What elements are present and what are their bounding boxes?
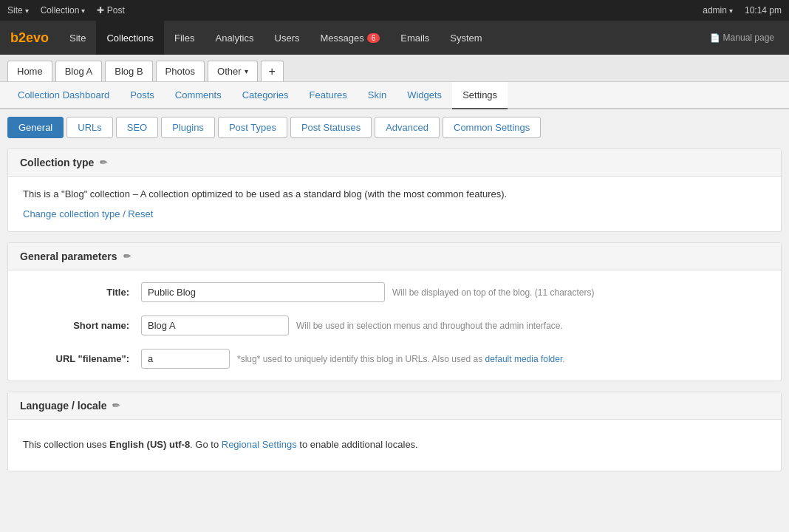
collection-tab-add[interactable]: +: [261, 61, 284, 81]
general-parameters-header: General parameters ✏: [8, 243, 781, 270]
short-name-hint: Will be used in selection menus and thro…: [296, 316, 563, 331]
logo[interactable]: b2evo: [7, 21, 59, 55]
regional-settings-link[interactable]: Regional Settings: [222, 439, 297, 450]
title-hint: Will be displayed on top of the blog. (1…: [392, 282, 594, 298]
admin-dropdown[interactable]: admin: [703, 5, 733, 16]
short-name-row: Short name: Will be used in selection me…: [23, 316, 766, 335]
nav-item-analytics[interactable]: Analytics: [205, 21, 264, 55]
nav-item-messages[interactable]: Messages 6: [310, 21, 390, 55]
language-locale-edit-icon[interactable]: ✏: [112, 400, 120, 411]
tab-common-settings[interactable]: Common Settings: [443, 117, 541, 138]
general-parameters-edit-icon[interactable]: ✏: [123, 251, 131, 262]
tab-seo[interactable]: SEO: [116, 117, 158, 138]
url-filename-hint-suffix: .: [562, 354, 564, 364]
locale-text-bold: English (US) utf-8: [109, 439, 190, 450]
general-parameters-body: Title: Will be displayed on top of the b…: [8, 270, 781, 381]
change-collection-type-link[interactable]: Change collection type / Reset: [23, 208, 153, 219]
collection-tab-bloga[interactable]: Blog A: [55, 61, 103, 81]
tab-advanced[interactable]: Advanced: [375, 117, 440, 138]
tab-general[interactable]: General: [7, 117, 64, 138]
url-filename-hint-prefix: *slug* used to uniquely identify this bl…: [237, 354, 485, 364]
collection-type-header: Collection type ✏: [8, 149, 781, 177]
collection-dropdown[interactable]: Collection: [41, 5, 86, 16]
url-filename-row: URL "filename": *slug* used to uniquely …: [23, 349, 766, 369]
sub-nav: Collection Dashboard Posts Comments Cate…: [0, 82, 789, 109]
site-dropdown[interactable]: Site: [7, 5, 29, 16]
system-bar-left: Site Collection ✚ Post: [7, 5, 125, 16]
subnav-categories[interactable]: Categories: [232, 82, 299, 109]
short-name-label: Short name:: [23, 316, 141, 331]
locale-text-suffix: to enable additional locales.: [297, 439, 418, 450]
subnav-posts[interactable]: Posts: [120, 82, 165, 109]
language-locale-panel: Language / locale ✏ This collection uses…: [7, 392, 782, 471]
url-filename-field: *slug* used to uniquely identify this bl…: [141, 349, 766, 369]
system-bar: Site Collection ✚ Post admin 10:14 pm: [0, 0, 789, 21]
nav-item-emails[interactable]: Emails: [390, 21, 440, 55]
tab-post-statuses[interactable]: Post Statuses: [290, 117, 372, 138]
locale-text-prefix: This collection uses: [23, 439, 109, 450]
content-area: General URLs SEO Plugins Post Types Post…: [0, 109, 789, 489]
collection-tab-blogb[interactable]: Blog B: [105, 61, 152, 81]
collection-type-body: This is a "Blog" collection – A collecti…: [8, 177, 781, 231]
general-parameters-title: General parameters: [20, 250, 117, 262]
subnav-collection-dashboard[interactable]: Collection Dashboard: [7, 82, 120, 109]
default-media-folder-link[interactable]: default media folder: [485, 354, 563, 364]
nav-items: Site Collections Files Analytics Users M…: [59, 21, 703, 55]
subnav-settings[interactable]: Settings: [452, 82, 508, 109]
nav-item-files[interactable]: Files: [164, 21, 205, 55]
short-name-input[interactable]: [141, 316, 289, 335]
system-bar-right: admin 10:14 pm: [703, 5, 782, 16]
language-locale-header: Language / locale ✏: [8, 392, 781, 420]
locale-description: This collection uses English (US) utf-8.…: [23, 432, 766, 459]
language-locale-title: Language / locale: [20, 400, 106, 412]
collection-tab-photos[interactable]: Photos: [156, 61, 205, 81]
short-name-field: Will be used in selection menus and thro…: [141, 316, 766, 335]
title-field: Will be displayed on top of the blog. (1…: [141, 282, 766, 302]
collection-type-description: This is a "Blog" collection – A collecti…: [23, 188, 766, 200]
messages-badge: 6: [367, 33, 380, 43]
locale-text-middle: . Go to: [190, 439, 222, 450]
collection-tab-home[interactable]: Home: [7, 61, 52, 81]
tab-post-types[interactable]: Post Types: [218, 117, 287, 138]
url-filename-label: URL "filename":: [23, 349, 141, 364]
url-filename-hint: *slug* used to uniquely identify this bl…: [237, 349, 565, 364]
current-time: 10:14 pm: [745, 5, 782, 16]
nav-item-site[interactable]: Site: [59, 21, 96, 55]
subnav-skin[interactable]: Skin: [358, 82, 397, 109]
collection-type-panel: Collection type ✏ This is a "Blog" colle…: [7, 149, 782, 232]
main-nav: b2evo Site Collections Files Analytics U…: [0, 21, 789, 55]
title-input[interactable]: [141, 282, 385, 302]
general-parameters-panel: General parameters ✏ Title: Will be disp…: [7, 242, 782, 381]
nav-item-collections[interactable]: Collections: [96, 21, 164, 55]
nav-item-users[interactable]: Users: [264, 21, 310, 55]
nav-item-system[interactable]: System: [440, 21, 492, 55]
manual-page-link[interactable]: Manual page: [703, 21, 782, 55]
settings-tabs: General URLs SEO Plugins Post Types Post…: [7, 117, 782, 138]
subnav-comments[interactable]: Comments: [165, 82, 232, 109]
title-row: Title: Will be displayed on top of the b…: [23, 282, 766, 302]
collection-tab-other[interactable]: Other: [208, 61, 258, 81]
collection-type-edit-icon[interactable]: ✏: [100, 157, 107, 168]
url-filename-input[interactable]: [141, 349, 230, 369]
tab-urls[interactable]: URLs: [66, 117, 113, 138]
collection-tabs-bar: Home Blog A Blog B Photos Other +: [0, 55, 789, 82]
post-link[interactable]: ✚ Post: [97, 5, 124, 16]
title-label: Title:: [23, 282, 141, 298]
collection-type-title: Collection type: [20, 157, 94, 168]
language-locale-body: This collection uses English (US) utf-8.…: [8, 420, 781, 471]
tab-plugins[interactable]: Plugins: [161, 117, 215, 138]
subnav-widgets[interactable]: Widgets: [397, 82, 452, 109]
subnav-features[interactable]: Features: [299, 82, 358, 109]
